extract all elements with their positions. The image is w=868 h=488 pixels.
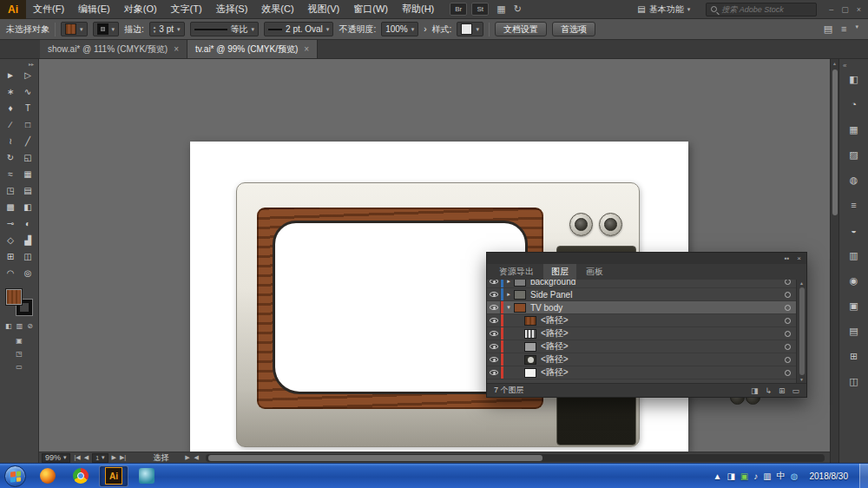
shape-builder-tool[interactable]: ◳ — [2, 182, 19, 199]
menu-item-8[interactable]: 帮助(H) — [395, 0, 441, 18]
menu-item-1[interactable]: 编辑(E) — [71, 0, 117, 18]
target-circle[interactable] — [785, 370, 791, 376]
panel-scroll-thumb[interactable] — [799, 287, 805, 375]
expand-panels-icon[interactable]: « — [839, 61, 846, 72]
expand-arrow-icon[interactable]: ▸ — [503, 291, 514, 298]
tab-artboards[interactable]: 画板 — [578, 264, 611, 280]
antivirus-tray-icon[interactable]: ▣ — [740, 472, 748, 481]
close-button[interactable]: × — [857, 5, 861, 14]
stroke-weight-field[interactable]: ▴▾ 3 pt ▾ — [149, 22, 185, 36]
menu-item-7[interactable]: 窗口(W) — [346, 0, 395, 18]
hand-tool[interactable]: ◠ — [2, 265, 19, 281]
workspace-switcher[interactable]: ▤ 基本功能 ▾ — [630, 0, 697, 18]
symbol-sprayer-tool[interactable]: ◇ — [2, 232, 19, 248]
artboard-number-field[interactable]: 1 ▾ — [92, 453, 108, 463]
illustrator-button[interactable]: Ai — [99, 465, 128, 487]
menu-item-2[interactable]: 对象(O) — [117, 0, 164, 18]
width-tool[interactable]: ≈ — [2, 166, 19, 182]
none-mode-icon[interactable]: ⊘ — [27, 322, 33, 330]
document-setup-button[interactable]: 文档设置 — [495, 22, 547, 36]
gradient-tool[interactable]: ◧ — [19, 199, 36, 215]
perspective-grid-tool[interactable]: ▤ — [19, 182, 36, 199]
gradient-panel-icon[interactable]: ◒ — [845, 223, 864, 237]
target-circle[interactable] — [785, 318, 791, 324]
tv-knob-1[interactable] — [569, 213, 593, 236]
visibility-toggle[interactable] — [487, 301, 501, 313]
menu-item-4[interactable]: 选择(S) — [209, 0, 255, 18]
target-circle[interactable] — [785, 280, 791, 285]
brush-definition-dropdown[interactable]: 2 pt. Oval ▾ — [264, 22, 333, 36]
chevron-right-icon[interactable]: › — [424, 24, 426, 34]
layer-row[interactable]: <路径> — [487, 327, 806, 340]
volume-tray-icon[interactable]: ♪ — [753, 472, 758, 481]
visibility-toggle[interactable] — [487, 288, 501, 300]
app-button[interactable] — [132, 465, 161, 487]
target-circle[interactable] — [785, 357, 791, 363]
options-menu-icon[interactable]: ≡ — [841, 23, 846, 35]
layer-row[interactable]: <路径> — [487, 340, 806, 353]
menu-item-6[interactable]: 视图(V) — [301, 0, 347, 18]
target-circle[interactable] — [785, 292, 791, 298]
swatches-panel-icon[interactable]: ▦ — [845, 122, 864, 136]
selection-tool[interactable]: ► — [2, 67, 19, 83]
ime-chinese-tray-icon[interactable]: 中 — [777, 470, 786, 482]
color-mode-icon[interactable]: ◧ — [5, 322, 12, 330]
fill-stroke-indicator[interactable] — [6, 289, 32, 315]
align-panel-icon[interactable]: ▤ — [824, 23, 832, 35]
minimize-button[interactable]: – — [829, 5, 833, 14]
pen-tool[interactable]: ♦ — [2, 100, 19, 116]
vertical-scroll-thumb[interactable] — [832, 69, 838, 215]
scroll-left-icon[interactable]: ◀ — [194, 454, 199, 461]
target-circle[interactable] — [785, 344, 791, 350]
lasso-tool[interactable]: ∿ — [19, 83, 36, 100]
horizontal-scrollbar[interactable] — [206, 454, 825, 462]
start-button[interactable] — [4, 465, 26, 487]
new-sublayer-icon[interactable]: ↳ — [765, 386, 772, 395]
preferences-button[interactable]: 首选项 — [552, 22, 595, 36]
paintbrush-tool[interactable]: ≀ — [2, 133, 19, 149]
network-tray-icon[interactable]: ▥ — [763, 472, 771, 481]
visibility-toggle[interactable] — [487, 314, 501, 326]
arrange-documents-icon[interactable]: ▦ — [496, 3, 505, 15]
fill-swatch[interactable] — [6, 289, 22, 305]
tab-layers[interactable]: 图层 — [543, 264, 576, 280]
libraries-panel-icon[interactable]: ◫ — [845, 374, 864, 388]
device-tray-icon[interactable]: ◨ — [727, 472, 734, 481]
previous-artboard-icon[interactable]: ◀ — [84, 454, 89, 461]
tab-show-ai[interactable]: show.ai* @ 111% (CMYK/预览) × — [40, 40, 187, 58]
pencil-tool[interactable]: ╱ — [19, 133, 36, 149]
messenger-tray-icon[interactable]: ◍ — [791, 472, 799, 481]
transparency-panel-icon[interactable]: ▥ — [845, 248, 864, 262]
screen-mode-icon[interactable]: ▭ — [16, 363, 23, 371]
layer-row[interactable]: <路径> — [487, 314, 806, 327]
mesh-tool[interactable]: ▩ — [2, 199, 19, 215]
chevron-down-icon[interactable]: ▾ — [855, 23, 858, 35]
target-circle[interactable] — [785, 331, 791, 337]
rectangle-tool[interactable]: □ — [19, 116, 36, 133]
delete-layer-icon[interactable]: ▭ — [792, 386, 799, 395]
menu-item-5[interactable]: 效果(C) — [254, 0, 300, 18]
new-layer-icon[interactable]: ⊞ — [779, 386, 786, 395]
scale-tool[interactable]: ◱ — [19, 149, 36, 166]
color-guide-panel-icon[interactable]: ◔ — [845, 97, 864, 111]
visibility-toggle[interactable] — [487, 280, 501, 287]
close-icon[interactable]: × — [304, 44, 309, 54]
firefox-button[interactable] — [33, 465, 62, 487]
style-picker[interactable]: ▾ — [457, 22, 483, 36]
last-artboard-icon[interactable]: ▶| — [120, 454, 126, 461]
first-artboard-icon[interactable]: |◀ — [75, 454, 81, 461]
menu-item-0[interactable]: 文件(F) — [26, 0, 71, 18]
visibility-toggle[interactable] — [487, 366, 501, 379]
visibility-toggle[interactable] — [487, 353, 501, 366]
sync-icon[interactable]: ↻ — [514, 3, 522, 15]
show-hidden-tray-icon[interactable]: ▲ — [713, 472, 722, 481]
status-display[interactable]: 选择 — [153, 452, 168, 464]
direct-selection-tool[interactable]: ▷ — [19, 67, 36, 83]
horizontal-scroll-thumb[interactable] — [208, 455, 542, 461]
collapse-panel-icon[interactable]: ▸▸ — [29, 59, 38, 67]
scroll-down-icon[interactable]: ▼ — [799, 377, 804, 382]
layer-row[interactable]: ▸background — [487, 280, 806, 288]
search-input[interactable] — [721, 5, 808, 14]
vertical-scrollbar[interactable]: ▲ — [830, 59, 838, 463]
color-panel-icon[interactable]: ◧ — [845, 72, 864, 86]
